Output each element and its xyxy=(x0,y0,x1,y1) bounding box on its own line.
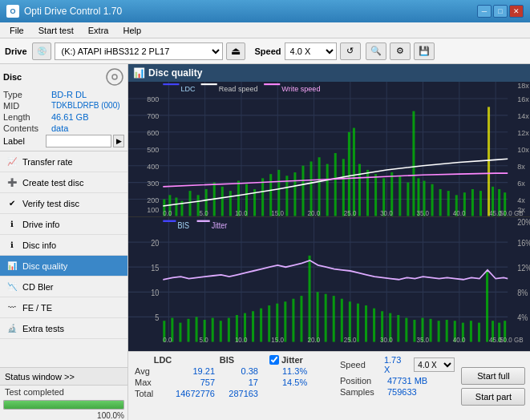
action-buttons: Start full Start part xyxy=(461,355,525,417)
svg-text:100: 100 xyxy=(147,206,159,214)
sidebar-item-disc-quality[interactable]: 📊 Disc quality xyxy=(0,256,127,277)
progress-percent: 100.0% xyxy=(0,411,127,420)
svg-text:800: 800 xyxy=(147,95,159,103)
sidebar-item-label: Drive info xyxy=(22,220,59,229)
svg-text:Jitter: Jitter xyxy=(212,220,228,230)
refresh-button[interactable]: ↺ xyxy=(340,42,361,60)
svg-text:12x: 12x xyxy=(517,129,529,137)
speed-select[interactable]: 4.0 X xyxy=(285,42,337,60)
svg-rect-63 xyxy=(358,164,361,216)
sidebar-item-transfer-rate[interactable]: 📈 Transfer rate xyxy=(0,151,127,172)
svg-rect-52 xyxy=(277,170,280,216)
svg-rect-136 xyxy=(252,311,254,341)
sidebar-item-cd-bler[interactable]: 📉 CD Bler xyxy=(0,277,127,297)
svg-text:15.0: 15.0 xyxy=(271,210,284,216)
jitter-checkbox[interactable] xyxy=(269,355,279,365)
svg-text:4x: 4x xyxy=(517,196,525,204)
bottom-chart-svg: 20 15 10 5 20% 16% 12% 8% 4% xyxy=(128,217,530,352)
minimize-button[interactable]: ─ xyxy=(477,5,492,18)
svg-rect-150 xyxy=(365,305,367,341)
menu-file[interactable]: File xyxy=(3,25,30,36)
svg-text:18x: 18x xyxy=(517,82,529,90)
svg-text:20%: 20% xyxy=(517,217,530,227)
position-value: 47731 MB xyxy=(387,376,427,386)
sidebar-item-disc-info[interactable]: ℹ Disc info xyxy=(0,235,127,256)
chart-title: Disc quality xyxy=(148,67,202,79)
disc-label-input[interactable] xyxy=(46,135,111,147)
svg-text:400: 400 xyxy=(147,163,159,171)
disc-length-field: Length 46.61 GB xyxy=(3,112,124,122)
disc-info-icon: ℹ xyxy=(6,240,18,251)
svg-rect-50 xyxy=(261,178,264,216)
sidebar-item-label: Create test disc xyxy=(22,178,83,188)
eject-button[interactable]: ⏏ xyxy=(226,42,245,60)
status-text: Test completed xyxy=(0,386,127,398)
drive-label: Drive xyxy=(5,46,27,56)
svg-text:6x: 6x xyxy=(517,180,525,188)
verify-test-disc-icon: ✔ xyxy=(6,198,18,209)
create-test-disc-icon: ➕ xyxy=(6,177,18,188)
svg-rect-57 xyxy=(318,157,321,216)
samples-value: 759633 xyxy=(387,387,417,397)
sidebar-item-create-test-disc[interactable]: ➕ Create test disc xyxy=(0,172,127,193)
svg-rect-169 xyxy=(163,220,176,221)
position-label: Position xyxy=(340,376,384,386)
svg-rect-60 xyxy=(342,159,345,216)
svg-text:40.0: 40.0 xyxy=(453,210,466,216)
svg-text:5.0: 5.0 xyxy=(200,210,209,216)
drive-select[interactable]: (K:) ATAPI iHBS312 2 PL17 xyxy=(55,42,223,60)
svg-text:10x: 10x xyxy=(517,146,529,154)
total-label: Total xyxy=(135,389,164,398)
cd-bler-icon: 📉 xyxy=(6,281,18,293)
speed-label: Speed xyxy=(255,46,281,56)
svg-rect-149 xyxy=(357,303,359,341)
menu-bar: File Start test Extra Help xyxy=(0,22,530,38)
disc-contents-value: data xyxy=(51,123,68,133)
progress-bar-fill xyxy=(4,401,123,409)
sidebar-item-label: Transfer rate xyxy=(22,157,73,167)
start-full-button[interactable]: Start full xyxy=(461,367,525,385)
svg-text:20: 20 xyxy=(151,238,159,248)
sidebar-item-drive-info[interactable]: ℹ Drive info xyxy=(0,214,127,235)
speed-select-stat[interactable]: 4.0 X xyxy=(414,357,455,372)
disc-icon xyxy=(105,67,124,87)
svg-rect-73 xyxy=(431,184,434,216)
svg-text:Write speed: Write speed xyxy=(281,84,320,92)
menu-help[interactable]: Help xyxy=(116,25,148,36)
svg-rect-46 xyxy=(229,191,232,216)
disc-label-button[interactable]: ▶ xyxy=(113,135,124,147)
scan-button[interactable]: 🔍 xyxy=(366,42,386,60)
sidebar-item-fe-te[interactable]: 〰 FE / TE xyxy=(0,297,127,318)
start-part-button[interactable]: Start part xyxy=(461,388,525,406)
svg-text:50.0 GB: 50.0 GB xyxy=(500,210,524,216)
sidebar-item-extra-tests[interactable]: 🔬 Extra tests xyxy=(0,318,127,339)
settings-button[interactable]: ⚙ xyxy=(390,42,411,60)
bis-header: BIS xyxy=(207,355,247,365)
svg-rect-39 xyxy=(175,197,177,216)
svg-rect-78 xyxy=(471,189,474,216)
save-button[interactable]: 💾 xyxy=(414,42,435,60)
svg-rect-127 xyxy=(179,322,181,341)
disc-label-row: Label ▶ xyxy=(3,135,124,147)
svg-text:5: 5 xyxy=(155,313,159,322)
speed-row: Speed 1.73 X 4.0 X xyxy=(340,355,455,374)
svg-rect-142 xyxy=(300,296,302,341)
menu-extra[interactable]: Extra xyxy=(82,25,115,36)
maximize-button[interactable]: □ xyxy=(493,5,508,18)
close-button[interactable]: ✕ xyxy=(509,5,524,18)
menu-start-test[interactable]: Start test xyxy=(32,25,80,36)
svg-text:20.0: 20.0 xyxy=(308,210,321,216)
speed-label-stat: Speed xyxy=(340,360,381,370)
svg-rect-84 xyxy=(163,83,179,85)
avg-ldc: 19.21 xyxy=(167,366,215,376)
svg-text:300: 300 xyxy=(147,180,159,188)
status-window-button[interactable]: Status window >> xyxy=(0,368,127,386)
total-bis: 287163 xyxy=(218,389,258,398)
svg-point-1 xyxy=(112,75,117,79)
svg-text:Read speed: Read speed xyxy=(219,84,258,92)
extra-tests-icon: 🔬 xyxy=(6,323,18,334)
svg-rect-69 xyxy=(407,183,409,216)
disc-type-field: Type BD-R DL xyxy=(3,90,124,99)
speed-value-stat: 1.73 X xyxy=(384,355,407,374)
sidebar-item-verify-test-disc[interactable]: ✔ Verify test disc xyxy=(0,193,127,214)
